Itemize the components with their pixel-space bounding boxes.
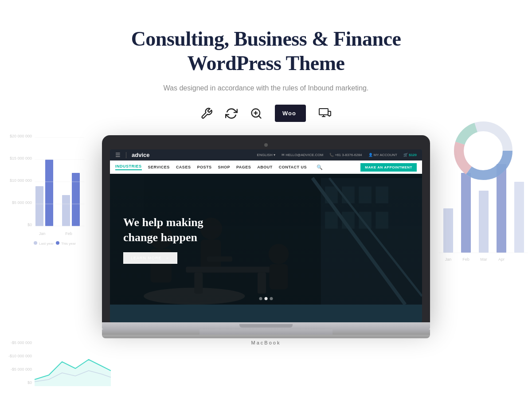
search-plus-icon (250, 107, 262, 120)
language-selector[interactable]: ENGLISH ▾ (257, 153, 275, 157)
hero-dot-1[interactable] (259, 297, 262, 300)
cart-link[interactable]: 🛒 $120 (403, 153, 417, 157)
phone-link[interactable]: 📞 +61 3-8376-6284 (329, 153, 362, 157)
svg-text:-$5 000 000: -$5 000 000 (11, 367, 32, 372)
nav-pages[interactable]: PAGES (236, 165, 251, 169)
responsive-icon (318, 107, 332, 120)
nav-contact[interactable]: CONTACT US (279, 165, 307, 169)
svg-text:Woo: Woo (282, 110, 296, 117)
nav-industries[interactable]: INDUSTRIES (115, 164, 142, 170)
macbook-mockup: ☰ advice ENGLISH ▾ ✉ HELLO@ADVICE.COM 📞 … (0, 135, 532, 345)
site-nav: INDUSTRIES SERVICES CASES POSTS SHOP PAG… (110, 160, 422, 174)
svg-point-54 (200, 218, 222, 239)
nav-services[interactable]: SERVICES (148, 165, 170, 169)
macbook-screen-bezel: ☰ advice ENGLISH ▾ ✉ HELLO@ADVICE.COM 📞 … (102, 135, 430, 322)
svg-rect-67 (325, 212, 338, 229)
hero-dots (259, 297, 273, 300)
site-logo-text: advice (132, 152, 149, 158)
hero-learn-more-button[interactable]: LEARN MORE → (123, 252, 177, 264)
site-logo-area: ☰ advice (115, 152, 149, 158)
hamburger-icon: ☰ (115, 152, 121, 158)
macbook-base (102, 322, 430, 329)
svg-rect-58 (194, 273, 203, 294)
svg-rect-66 (376, 187, 388, 203)
site-topbar: ☰ advice ENGLISH ▾ ✉ HELLO@ADVICE.COM 📞 … (110, 149, 422, 160)
subtitle: Was designed in accordance with the rule… (0, 84, 532, 92)
nav-about[interactable]: ABOUT (257, 165, 273, 169)
woo-badge: Woo (275, 105, 306, 122)
svg-rect-70 (376, 212, 388, 229)
hero-content: We help making change happen LEARN MORE … (123, 215, 203, 264)
topbar-divider (126, 152, 126, 158)
tool-icon (200, 107, 213, 120)
site-hero: We help making change happen LEARN MORE … (110, 174, 422, 305)
svg-rect-49 (328, 111, 331, 116)
header-section: Consulting, Business & Finance WordPress… (0, 0, 532, 122)
svg-rect-56 (207, 257, 232, 262)
svg-rect-63 (325, 187, 338, 203)
macbook-outer: ☰ advice ENGLISH ▾ ✉ HELLO@ADVICE.COM 📞 … (102, 135, 430, 345)
nav-posts[interactable]: POSTS (197, 165, 211, 169)
macbook-foot (102, 335, 430, 338)
svg-rect-55 (201, 240, 221, 270)
nav-cta-button[interactable]: MAKE AN APPOINTMENT (360, 163, 417, 172)
svg-point-60 (269, 244, 289, 264)
svg-text:-$10 000 000: -$10 000 000 (8, 354, 32, 358)
email-link[interactable]: ✉ HELLO@ADVICE.COM (282, 153, 323, 157)
macbook-stand (102, 329, 430, 335)
svg-rect-46 (319, 109, 328, 115)
site-topbar-right: ENGLISH ▾ ✉ HELLO@ADVICE.COM 📞 +61 3-837… (257, 153, 417, 157)
camera-dot (264, 143, 268, 147)
feature-icons-row: Woo (0, 105, 532, 122)
svg-rect-69 (359, 212, 372, 229)
search-icon[interactable]: 🔍 (317, 164, 323, 170)
svg-rect-61 (270, 264, 288, 289)
account-link[interactable]: 👤 MY ACCOUNT (368, 153, 397, 157)
macbook-camera (110, 143, 422, 147)
refresh-icon (225, 107, 238, 120)
svg-rect-57 (186, 267, 270, 273)
macbook-notch (239, 324, 293, 328)
nav-cases[interactable]: CASES (176, 165, 191, 169)
svg-rect-65 (359, 187, 372, 203)
svg-text:$0: $0 (27, 380, 32, 385)
nav-shop[interactable]: SHOP (218, 165, 230, 169)
svg-rect-59 (258, 273, 266, 294)
macbook-label: MacBook (102, 340, 430, 345)
hero-dot-2[interactable] (265, 297, 268, 300)
macbook-stand-inner (200, 329, 332, 335)
macbook-screen: ☰ advice ENGLISH ▾ ✉ HELLO@ADVICE.COM 📞 … (110, 149, 422, 322)
hero-title: We help making change happen (123, 215, 203, 245)
svg-marker-24 (35, 360, 111, 386)
hero-dot-3[interactable] (270, 297, 273, 300)
page-title: Consulting, Business & Finance WordPress… (0, 27, 532, 75)
svg-line-41 (258, 116, 261, 118)
